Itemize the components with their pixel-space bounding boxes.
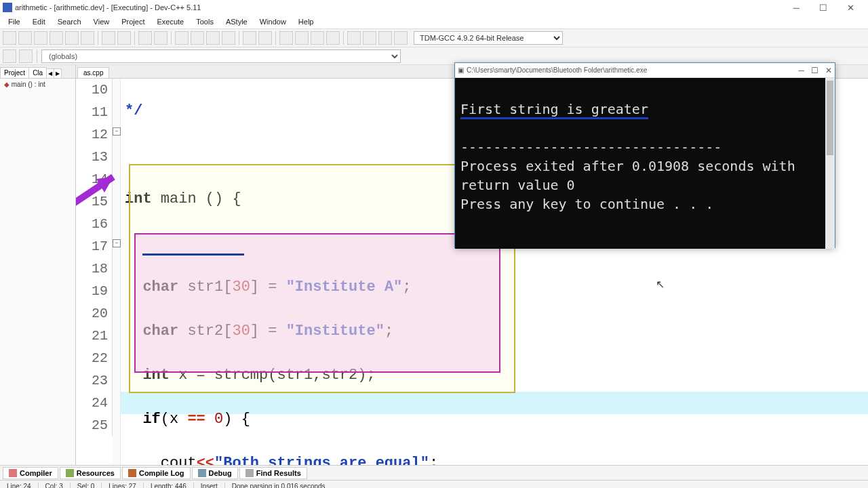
separator [37,49,37,63]
console-maximize-button[interactable]: ☐ [811,66,818,75]
status-mode: Insert [194,483,225,488]
save-icon[interactable] [34,31,47,45]
run-icon[interactable] [295,31,309,45]
debug-icon[interactable] [347,31,361,45]
find-icon[interactable] [138,31,152,45]
toggle-icon[interactable] [258,31,272,45]
find-icon [245,469,254,477]
fold-toggle-icon[interactable]: − [113,127,121,136]
saveall-icon[interactable] [50,31,63,45]
compile-run-icon[interactable] [311,31,324,45]
minimize-button[interactable]: ─ [787,3,806,13]
console-window[interactable]: ▣C:\Users\smarty\Documents\Bluetooth Fol… [454,62,835,248]
profile-icon[interactable] [378,31,392,45]
menu-execute[interactable]: Execute [151,16,189,27]
status-line: Line: 24 [0,483,39,488]
class-item-main[interactable]: ◆ main () : int [0,79,75,90]
bookmark-icon[interactable] [206,31,220,45]
close-button[interactable]: ✕ [841,3,860,13]
toolbar-main: TDM-GCC 4.9.2 64-bit Release [0,28,868,47]
fold-toggle-icon[interactable]: − [113,239,121,247]
menu-project[interactable]: Project [116,16,150,27]
rebuild-icon[interactable] [326,31,340,45]
sidebar: Project Cla ◀ ▶ ◆ main () : int [0,65,76,465]
menu-help[interactable]: Help [293,16,319,27]
insert-icon[interactable] [243,31,256,45]
log-icon [128,469,136,477]
close-icon[interactable] [65,31,79,45]
separator [275,31,276,45]
new-icon[interactable] [3,31,16,45]
status-length: Length: 446 [144,483,194,488]
status-msg: Done parsing in 0.016 seconds [225,483,868,488]
console-title-text: C:\Users\smarty\Documents\Bluetooth Fold… [467,66,647,74]
stop-icon[interactable] [363,31,376,45]
method-icon: ◆ [4,81,9,88]
console-minimize-button[interactable]: ─ [798,66,804,75]
scrollbar-thumb[interactable] [827,81,833,155]
goto-icon[interactable] [222,31,235,45]
menu-astyle[interactable]: AStyle [220,16,253,27]
back-icon[interactable] [175,31,189,45]
bottom-tabs: Compiler Resources Compile Log Debug Fin… [0,465,868,480]
arrow-annotation-icon [76,167,130,221]
menu-view[interactable]: View [88,16,115,27]
resources-icon [66,469,74,477]
forward-icon[interactable] [191,31,204,45]
line-gutter: 10111213141516171819202122232425 [76,79,113,436]
window-title: arithmetic - [arithmetic.dev] - [Executi… [15,3,201,12]
menu-tools[interactable]: Tools [191,16,219,27]
separator [134,31,135,45]
underline-annotation [142,253,244,256]
compiler-icon [9,469,17,477]
fold-column [113,79,121,465]
menu-edit[interactable]: Edit [27,16,51,27]
tab-find-results[interactable]: Find Results [239,467,307,479]
status-bar: Line: 24 Col: 3 Sel: 0 Lines: 27 Length:… [0,480,868,488]
status-col: Col: 3 [39,483,71,488]
tab-compiler[interactable]: Compiler [3,467,58,479]
menu-search[interactable]: Search [52,16,87,27]
tab-resources[interactable]: Resources [60,467,121,479]
console-close-button[interactable]: ✕ [825,66,832,75]
scope-select[interactable]: (globals) [41,49,401,63]
console-icon: ▣ [458,66,464,74]
debug-icon [198,469,206,477]
tab-debug[interactable]: Debug [192,467,238,479]
class-item-label: main () : int [12,81,45,88]
tab-classes[interactable]: Cla [28,67,47,78]
dprofile-icon[interactable] [394,31,408,45]
status-lines: Lines: 27 [102,483,144,488]
open-icon[interactable] [18,31,32,45]
separator [343,31,344,45]
console-scrollbar[interactable] [825,78,835,249]
project-window-icon[interactable] [3,49,16,63]
classes-window-icon[interactable] [19,49,33,63]
mouse-cursor-icon: ↖ [656,278,665,291]
menu-file[interactable]: File [3,16,26,27]
console-titlebar[interactable]: ▣C:\Users\smarty\Documents\Bluetooth Fol… [455,63,835,78]
tab-file[interactable]: as.cpp [77,67,109,78]
menu-window[interactable]: Window [254,16,292,27]
compile-icon[interactable] [279,31,293,45]
separator [239,31,239,45]
redo-icon[interactable] [117,31,131,45]
replace-icon[interactable] [154,31,167,45]
maximize-button[interactable]: ☐ [814,3,833,13]
undo-icon[interactable] [102,31,115,45]
title-bar: arithmetic - [arithmetic.dev] - [Executi… [0,0,868,15]
tab-compile-log[interactable]: Compile Log [122,467,191,479]
status-sel: Sel: 0 [71,483,102,488]
app-icon [3,3,12,12]
tab-scroll-right-icon[interactable]: ▶ [54,68,62,78]
console-output: First string is greater ----------------… [455,78,835,249]
tab-project[interactable]: Project [0,67,29,78]
print-icon[interactable] [81,31,94,45]
separator [171,31,172,45]
compiler-select[interactable]: TDM-GCC 4.9.2 64-bit Release [414,31,563,45]
menu-bar: File Edit Search View Project Execute To… [0,15,868,28]
separator [98,31,98,45]
